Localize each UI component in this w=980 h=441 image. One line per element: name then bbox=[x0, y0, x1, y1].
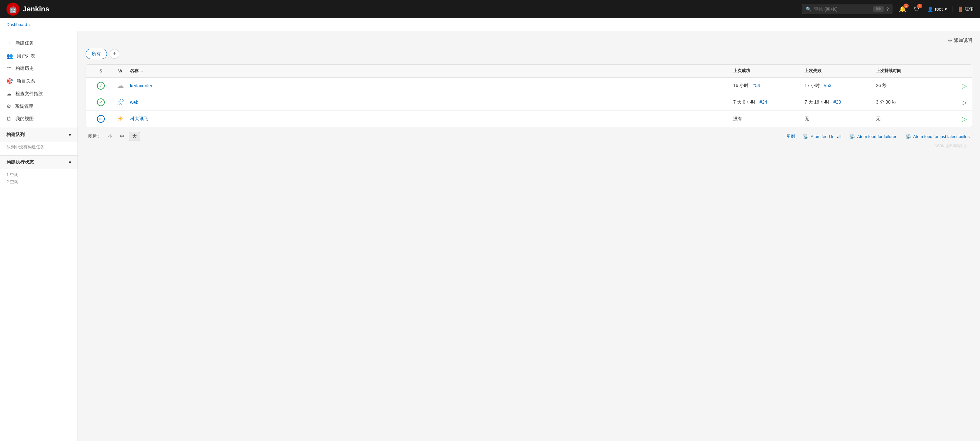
breadcrumb: Dashboard › bbox=[0, 18, 980, 31]
security-badge: 1 bbox=[917, 4, 922, 8]
sidebar-users-label: 用户列表 bbox=[17, 53, 35, 59]
sidebar: ＋ 新建任务 👥 用户列表 🗃 构建历史 🎯 项目关系 ☁ 检查文件指纹 ⚙ 系… bbox=[0, 31, 78, 441]
logout-icon: 🚪 bbox=[958, 6, 963, 12]
weather-cell-2: ⛈ bbox=[111, 98, 130, 107]
logo[interactable]: 🤖 Jenkins bbox=[6, 3, 49, 16]
sidebar-system-label: 系统管理 bbox=[15, 104, 33, 109]
last-duration-cell-3: 无 bbox=[876, 116, 947, 122]
icon-size-large[interactable]: 大 bbox=[129, 132, 140, 141]
legend-link[interactable]: 图例 bbox=[786, 133, 795, 139]
build-queue-header[interactable]: 构建队列 ▾ bbox=[0, 128, 78, 142]
sun-icon-3: ☀ bbox=[117, 115, 124, 123]
sidebar-history-label: 构建历史 bbox=[16, 66, 34, 72]
build-executor-header[interactable]: 构建执行状态 ▾ bbox=[0, 155, 78, 169]
rain-icon-2: ⛈ bbox=[117, 98, 124, 107]
main-content: ✏ 添加说明 所有 + S W 名称 ↓ 上次成功 上次失败 上次持续时间 bbox=[78, 31, 980, 441]
job-link-1[interactable]: kedaxunfei bbox=[130, 83, 152, 88]
icon-size-medium[interactable]: 中 bbox=[117, 132, 127, 141]
watermark: CSDN @不叫猫先生 bbox=[86, 141, 972, 151]
pencil-icon: ✏ bbox=[948, 38, 952, 43]
job-link-2[interactable]: web bbox=[130, 100, 138, 105]
logout-btn[interactable]: 🚪 注销 bbox=[952, 6, 974, 12]
status-success-icon-2: ✓ bbox=[97, 98, 105, 106]
build-queue-content: 队列中没有构建任务 bbox=[0, 142, 78, 153]
user-menu[interactable]: 👤 root ▾ bbox=[928, 6, 947, 12]
footer-right: 图例 📡 Atom feed for all 📡 Atom feed for f… bbox=[786, 133, 970, 139]
sidebar-item-my-view[interactable]: 🗒 我的视图 bbox=[0, 113, 78, 125]
main-header: 🤖 Jenkins 🔍 ⌘K ? 🔔 1 🛡 1 👤 root ▾ 🚪 注销 bbox=[0, 0, 980, 18]
build-queue-section: 构建队列 ▾ 队列中没有构建任务 bbox=[0, 128, 78, 153]
search-shortcut: ⌘K bbox=[873, 6, 884, 12]
run-btn-2[interactable]: ▷ bbox=[947, 98, 967, 106]
icon-size-small[interactable]: 小 bbox=[105, 132, 115, 141]
add-desc-label: 添加说明 bbox=[954, 38, 972, 43]
sidebar-item-fingerprint[interactable]: ☁ 检查文件指纹 bbox=[0, 87, 78, 100]
atom-latest-label: Atom feed for just latest builds bbox=[913, 134, 970, 139]
last-failure-cell-1: 17 小时 #53 bbox=[805, 83, 876, 89]
jobs-table: S W 名称 ↓ 上次成功 上次失败 上次持续时间 ✓ ☁ bbox=[86, 64, 972, 127]
tab-all[interactable]: 所有 bbox=[86, 49, 107, 59]
atom-all-link[interactable]: 📡 Atom feed for all bbox=[803, 133, 842, 139]
sidebar-item-system-mgmt[interactable]: ⚙ 系统管理 bbox=[0, 100, 78, 113]
executor-1: 1 空闲 bbox=[6, 172, 71, 177]
sidebar-item-project-relations[interactable]: 🎯 项目关系 bbox=[0, 75, 78, 87]
last-failure-build-1[interactable]: #53 bbox=[824, 83, 831, 88]
build-executor-chevron: ▾ bbox=[69, 160, 71, 165]
app-name: Jenkins bbox=[23, 5, 49, 13]
build-queue-title: 构建队列 bbox=[6, 132, 25, 138]
weather-cell-1: ☁ bbox=[111, 81, 130, 90]
sidebar-item-build-history[interactable]: 🗃 构建历史 bbox=[0, 62, 78, 75]
logout-label: 注销 bbox=[964, 6, 974, 12]
atom-latest-link[interactable]: 📡 Atom feed for just latest builds bbox=[905, 133, 970, 139]
search-help-icon[interactable]: ? bbox=[886, 6, 889, 12]
col-header-w: W bbox=[111, 68, 130, 74]
last-duration-cell-2: 3 分 30 秒 bbox=[876, 99, 947, 105]
sidebar-fingerprint-label: 检查文件指纹 bbox=[16, 91, 43, 97]
icon-size-label: 图标： bbox=[88, 133, 101, 139]
build-executor-content: 1 空闲 2 空闲 bbox=[0, 169, 78, 187]
last-duration-cell-1: 26 秒 bbox=[876, 83, 947, 89]
new-task-label: 新建任务 bbox=[16, 40, 34, 46]
executor-2: 2 空闲 bbox=[6, 179, 71, 185]
job-link-3[interactable]: 科大讯飞 bbox=[130, 116, 148, 121]
status-running-icon-3: ••• bbox=[97, 115, 105, 123]
run-btn-1[interactable]: ▷ bbox=[947, 82, 967, 89]
last-success-build-1[interactable]: #54 bbox=[752, 83, 760, 88]
last-success-build-2[interactable]: #24 bbox=[759, 99, 767, 105]
fingerprint-icon: ☁ bbox=[6, 91, 12, 97]
security-icon-btn[interactable]: 🛡 1 bbox=[914, 6, 920, 13]
sort-indicator: ↓ bbox=[141, 68, 143, 73]
icon-size-group: 小 中 大 bbox=[105, 132, 140, 141]
weather-cell-3: ☀ bbox=[111, 115, 130, 123]
last-failure-build-2[interactable]: #23 bbox=[834, 99, 841, 105]
atom-failures-label: Atom feed for failures bbox=[857, 134, 897, 139]
feed-icon-latest: 📡 bbox=[905, 133, 911, 139]
build-queue-chevron: ▾ bbox=[69, 132, 71, 137]
breadcrumb-home[interactable]: Dashboard bbox=[6, 22, 27, 27]
table-header: S W 名称 ↓ 上次成功 上次失败 上次持续时间 bbox=[86, 65, 972, 78]
sidebar-item-users[interactable]: 👥 用户列表 bbox=[0, 50, 78, 62]
search-bar[interactable]: 🔍 ⌘K ? bbox=[802, 4, 892, 14]
atom-failures-link[interactable]: 📡 Atom feed for failures bbox=[849, 133, 897, 139]
new-task-btn[interactable]: ＋ 新建任务 bbox=[0, 37, 78, 50]
chevron-down-icon: ▾ bbox=[945, 6, 947, 12]
run-btn-3[interactable]: ▷ bbox=[947, 115, 967, 123]
col-header-last-duration: 上次持续时间 bbox=[876, 68, 947, 74]
col-header-actions bbox=[947, 68, 967, 74]
search-input[interactable] bbox=[814, 6, 871, 12]
build-executor-section: 构建执行状态 ▾ 1 空闲 2 空闲 bbox=[0, 155, 78, 187]
add-tab-btn[interactable]: + bbox=[110, 49, 119, 59]
logo-icon: 🤖 bbox=[6, 3, 19, 16]
last-failure-cell-3: 无 bbox=[805, 116, 876, 122]
table-row: ✓ ⛈ web 7 天 0 小时 #24 7 天 16 小时 #23 3 分 3… bbox=[86, 94, 972, 111]
history-icon: 🗃 bbox=[6, 66, 12, 72]
plus-icon: ＋ bbox=[6, 40, 12, 46]
relations-icon: 🎯 bbox=[6, 78, 13, 84]
name-cell-3: 科大讯飞 bbox=[130, 116, 733, 122]
col-header-last-failure: 上次失败 bbox=[805, 68, 876, 74]
header-actions: 🔔 1 🛡 1 👤 root ▾ 🚪 注销 bbox=[899, 5, 974, 13]
notification-bell[interactable]: 🔔 1 bbox=[899, 5, 906, 13]
add-description-btn[interactable]: ✏ 添加说明 bbox=[948, 38, 972, 43]
name-cell-2: web bbox=[130, 100, 733, 105]
last-failure-time-2: 7 天 16 小时 bbox=[805, 99, 829, 105]
